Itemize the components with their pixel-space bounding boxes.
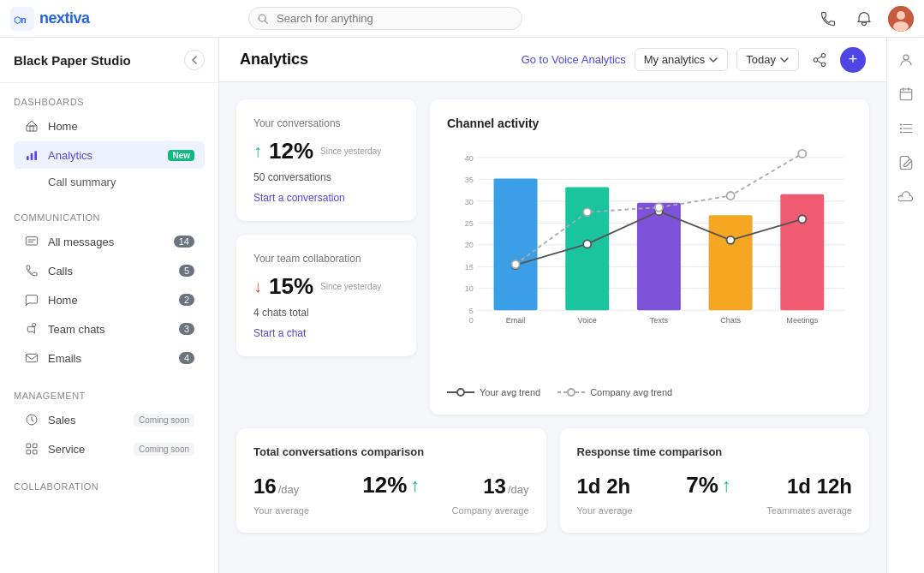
- bottom-cards-row: Total conversations comparison 16/day 12…: [236, 428, 869, 533]
- header-actions: Go to Voice Analytics My analytics Today…: [522, 47, 866, 73]
- sidebar: Black Paper Studio Dashboards Home Analy…: [0, 38, 219, 573]
- sidebar-section-dashboards: Dashboards Home Analytics New Call summa…: [0, 83, 218, 199]
- texts-badge: 2: [179, 294, 194, 306]
- section-label-communication: Communication: [14, 212, 205, 223]
- calls-icon: [24, 263, 39, 278]
- total-conversations-title: Total conversations comparison: [253, 445, 529, 458]
- team-collab-count: 4 chats total: [253, 307, 399, 319]
- svg-rect-18: [27, 450, 31, 454]
- svg-point-22: [821, 63, 826, 67]
- svg-point-58: [457, 389, 464, 396]
- your-avg-unit: /day: [278, 483, 300, 496]
- svg-text:15: 15: [465, 263, 474, 272]
- start-conversation-link[interactable]: Start a conversation: [253, 192, 399, 204]
- analytics-icon: [24, 147, 39, 163]
- svg-point-61: [903, 55, 909, 60]
- logo-text: nextiva: [39, 9, 90, 27]
- start-chat-link[interactable]: Start a chat: [253, 327, 399, 339]
- voice-analytics-link[interactable]: Go to Voice Analytics: [522, 53, 626, 66]
- meetings-bar: [780, 194, 824, 311]
- sidebar-item-label-analytics: Analytics: [48, 149, 159, 162]
- svg-text:20: 20: [465, 241, 474, 249]
- sidebar-item-all-messages[interactable]: All messages 14: [14, 228, 205, 255]
- all-messages-badge: 14: [174, 236, 194, 248]
- section-label-dashboards: Dashboards: [14, 97, 205, 107]
- svg-point-54: [655, 204, 663, 212]
- section-label-management: Management: [14, 391, 205, 401]
- total-conv-pct: 12%: [362, 472, 407, 498]
- your-avg-block: 16/day: [253, 475, 299, 498]
- main-layout: Black Paper Studio Dashboards Home Analy…: [0, 38, 924, 573]
- sidebar-item-home[interactable]: Home: [14, 112, 205, 140]
- chevron-down-icon: [708, 55, 718, 65]
- org-name: Black Paper Studio: [14, 53, 131, 68]
- your-response-block: 1d 2h: [577, 475, 631, 498]
- conversations-pct: 12%: [269, 138, 313, 164]
- svg-text:Email: Email: [506, 316, 526, 325]
- content-header: Analytics Go to Voice Analytics My analy…: [219, 38, 886, 82]
- team-collab-pct: 15%: [269, 273, 313, 300]
- search-icon: [257, 13, 269, 25]
- svg-line-23: [817, 61, 821, 63]
- sidebar-item-emails[interactable]: Emails 4: [14, 344, 205, 372]
- svg-point-53: [583, 208, 591, 216]
- response-time-labels: Your average Teammates average: [577, 505, 853, 516]
- team-collab-value-row: ↓ 15% Since yesterday: [253, 273, 399, 300]
- nextiva-logo-icon: ⬡ n: [10, 7, 34, 31]
- search-bar[interactable]: [248, 7, 522, 30]
- conversations-card-label: Your conversations: [253, 116, 399, 131]
- right-calendar-icon[interactable]: [892, 81, 920, 108]
- content-area: Analytics Go to Voice Analytics My analy…: [219, 38, 886, 573]
- today-label: Today: [746, 53, 776, 66]
- sidebar-item-label-sales: Sales: [48, 414, 125, 427]
- svg-point-71: [899, 131, 901, 133]
- legend-your-avg: Your avg trend: [447, 387, 540, 397]
- sidebar-item-sales[interactable]: Sales Coming soon: [14, 406, 205, 433]
- svg-text:5: 5: [469, 307, 474, 315]
- total-conversations-card: Total conversations comparison 16/day 12…: [236, 428, 546, 533]
- chart-area: 40 35 30 25 20 15 10 5 0: [447, 140, 852, 380]
- right-attachment-icon[interactable]: [892, 149, 920, 176]
- conversations-since: Since yesterday: [320, 146, 381, 157]
- team-collab-label: Your team collaboration: [253, 252, 399, 266]
- sidebar-collapse-button[interactable]: [184, 50, 205, 70]
- svg-point-20: [821, 53, 826, 57]
- team-collab-since: Since yesterday: [320, 281, 381, 292]
- sidebar-subitem-call-summary[interactable]: Call summary: [14, 170, 205, 194]
- svg-rect-12: [26, 237, 37, 245]
- today-dropdown[interactable]: Today: [736, 48, 799, 71]
- my-analytics-dropdown[interactable]: My analytics: [635, 48, 729, 71]
- add-button[interactable]: +: [840, 47, 866, 73]
- user-avatar[interactable]: [888, 6, 914, 32]
- response-up-icon: ↑: [722, 475, 731, 497]
- right-cloud-icon[interactable]: [892, 183, 920, 211]
- phone-icon-button[interactable]: [816, 7, 840, 31]
- response-pct-block: 7% ↑: [686, 472, 731, 498]
- sidebar-item-texts[interactable]: Home 2: [14, 286, 205, 313]
- sidebar-item-label-team-chats: Team chats: [48, 323, 170, 336]
- sidebar-item-service[interactable]: Service Coming soon: [14, 435, 205, 463]
- svg-point-48: [583, 240, 591, 248]
- svg-rect-17: [33, 444, 37, 448]
- right-list-icon[interactable]: [892, 115, 920, 142]
- notification-icon-button[interactable]: [852, 7, 876, 31]
- service-coming-soon-badge: Coming soon: [134, 443, 194, 456]
- svg-text:35: 35: [465, 176, 474, 184]
- channel-activity-title: Channel activity: [447, 116, 852, 130]
- share-button[interactable]: [808, 48, 832, 72]
- chevron-down-icon-2: [779, 55, 790, 65]
- sidebar-item-analytics[interactable]: Analytics New: [14, 141, 205, 169]
- team-collab-trend-down-icon: ↓: [253, 277, 262, 296]
- svg-point-56: [798, 150, 806, 158]
- company-avg-label: Company average: [452, 505, 529, 516]
- right-user-icon[interactable]: [892, 46, 920, 74]
- svg-text:10: 10: [465, 284, 474, 293]
- svg-text:0: 0: [469, 316, 474, 325]
- sidebar-item-calls[interactable]: Calls 5: [14, 257, 205, 284]
- svg-point-69: [899, 123, 901, 125]
- teammates-response-label: Teammates average: [766, 505, 852, 516]
- svg-text:40: 40: [465, 154, 474, 163]
- svg-point-52: [511, 260, 519, 268]
- sidebar-item-team-chats[interactable]: Team chats 3: [14, 315, 205, 343]
- search-input[interactable]: [248, 7, 522, 30]
